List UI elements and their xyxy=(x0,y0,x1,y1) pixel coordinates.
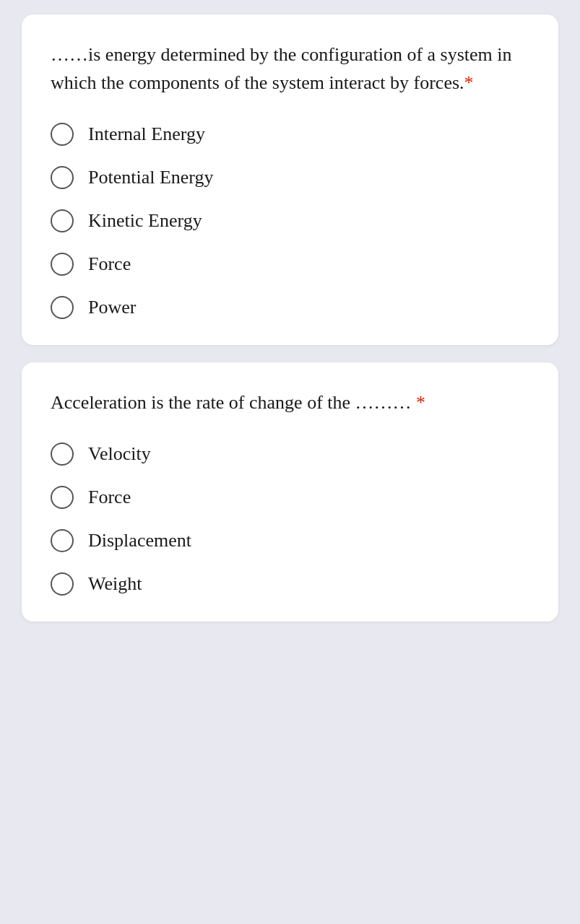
question-body-2: Acceleration is the rate of change of th… xyxy=(51,392,412,413)
radio-internal-energy[interactable] xyxy=(51,123,74,146)
option-item-potential-energy[interactable]: Potential Energy xyxy=(51,166,529,189)
option-item-force-2[interactable]: Force xyxy=(51,486,529,509)
options-list-2: Velocity Force Displacement Weight xyxy=(51,443,529,596)
radio-potential-energy[interactable] xyxy=(51,166,74,189)
option-item-kinetic-energy[interactable]: Kinetic Energy xyxy=(51,209,529,232)
option-label-velocity: Velocity xyxy=(88,443,151,465)
radio-displacement[interactable] xyxy=(51,529,74,552)
radio-power[interactable] xyxy=(51,296,74,319)
question-body-1: ……is energy determined by the configurat… xyxy=(51,44,512,93)
option-item-internal-energy[interactable]: Internal Energy xyxy=(51,123,529,146)
required-star-1: * xyxy=(464,72,474,93)
option-label-internal-energy: Internal Energy xyxy=(88,123,205,145)
option-label-kinetic-energy: Kinetic Energy xyxy=(88,210,202,232)
question-card-1: ……is energy determined by the configurat… xyxy=(22,14,558,345)
question-text-2: Acceleration is the rate of change of th… xyxy=(51,388,529,417)
option-label-force-1: Force xyxy=(88,253,131,275)
radio-weight[interactable] xyxy=(51,572,74,596)
options-list-1: Internal Energy Potential Energy Kinetic… xyxy=(51,123,529,319)
required-star-2: * xyxy=(416,392,425,413)
option-item-power[interactable]: Power xyxy=(51,296,529,319)
option-item-force-1[interactable]: Force xyxy=(51,253,529,276)
option-item-displacement[interactable]: Displacement xyxy=(51,529,529,552)
radio-force-1[interactable] xyxy=(51,253,74,276)
option-label-displacement: Displacement xyxy=(88,530,191,552)
radio-kinetic-energy[interactable] xyxy=(51,209,74,232)
option-item-velocity[interactable]: Velocity xyxy=(51,443,529,466)
option-label-weight: Weight xyxy=(88,573,142,595)
question-card-2: Acceleration is the rate of change of th… xyxy=(22,362,558,622)
option-item-weight[interactable]: Weight xyxy=(51,572,529,596)
radio-force-2[interactable] xyxy=(51,486,74,509)
option-label-power: Power xyxy=(88,297,136,318)
radio-velocity[interactable] xyxy=(51,443,74,466)
question-text-1: ……is energy determined by the configurat… xyxy=(51,40,529,97)
option-label-potential-energy: Potential Energy xyxy=(88,167,214,188)
option-label-force-2: Force xyxy=(88,487,131,508)
